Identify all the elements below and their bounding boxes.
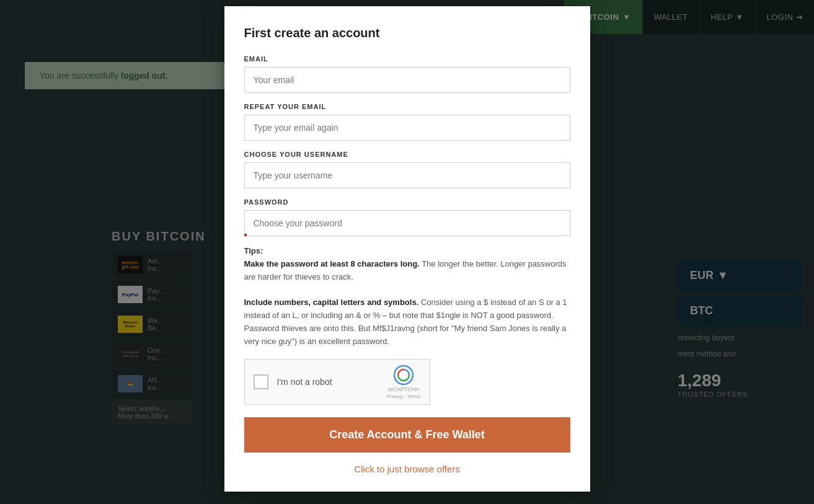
email-input[interactable] xyxy=(244,67,570,93)
password-input[interactable] xyxy=(244,210,570,236)
tip2-bold: Include numbers, capital letters and sym… xyxy=(244,298,419,307)
recaptcha-logo: reCAPTCHA Privacy - Terms xyxy=(387,365,421,399)
email-label: EMAIL xyxy=(244,55,570,63)
browse-label: Click to just browse offers xyxy=(354,464,460,474)
password-strength-indicator xyxy=(244,234,247,236)
recaptcha-widget[interactable]: I'm not a robot reCAPTCHA Privacy - Term… xyxy=(244,359,430,405)
repeat-email-input[interactable] xyxy=(244,115,570,141)
tips-title: Tips: xyxy=(244,246,263,255)
browse-offers-link[interactable]: Click to just browse offers xyxy=(244,464,570,474)
password-label: PASSWORD xyxy=(244,198,570,206)
svg-point-0 xyxy=(394,366,413,384)
tip1-bold: Make the password at least 8 characters … xyxy=(244,259,420,268)
create-account-button[interactable]: Create Account & Free Wallet xyxy=(244,417,570,453)
recaptcha-checkbox[interactable] xyxy=(254,374,268,389)
username-input[interactable] xyxy=(244,162,570,188)
password-tips: Tips: Make the password at least 8 chara… xyxy=(244,245,570,348)
modal-title: First create an account xyxy=(244,26,570,40)
cta-label: Create Account & Free Wallet xyxy=(329,428,485,441)
username-label: CHOOSE YOUR USERNAME xyxy=(244,151,570,158)
repeat-email-label: REPEAT YOUR EMAIL xyxy=(244,103,570,110)
recaptcha-privacy-links: Privacy - Terms xyxy=(387,394,421,399)
recaptcha-icon xyxy=(394,365,414,385)
recaptcha-brand: reCAPTCHA xyxy=(388,386,420,392)
modal-backdrop: First create an account EMAIL REPEAT YOU… xyxy=(0,0,814,504)
recaptcha-label: I'm not a robot xyxy=(277,377,332,387)
create-account-modal: First create an account EMAIL REPEAT YOU… xyxy=(224,6,590,492)
password-wrapper xyxy=(244,210,570,236)
